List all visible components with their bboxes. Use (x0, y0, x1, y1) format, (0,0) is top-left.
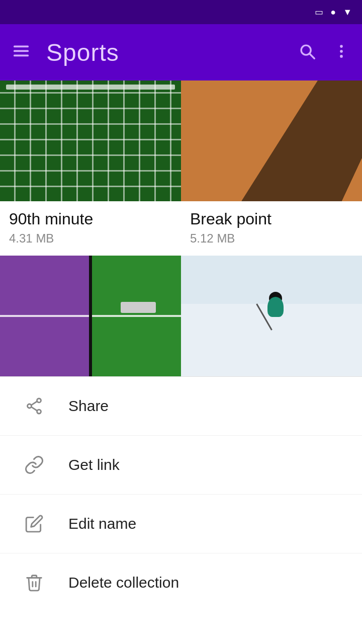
grid-item-title: 90th minute (9, 209, 172, 228)
svg-line-11 (31, 401, 37, 405)
status-bar: ▭ ● ▼ (0, 0, 362, 24)
svg-line-4 (310, 54, 315, 59)
grid-item-image-skiing (181, 256, 362, 376)
svg-point-3 (301, 45, 311, 55)
link-icon (20, 451, 48, 479)
grid-item-break-point[interactable]: Break point 5.12 MB (181, 80, 362, 256)
svg-point-8 (37, 398, 41, 403)
more-vert-icon[interactable] (333, 43, 350, 62)
menu-label-get-link: Get link (68, 456, 120, 473)
page-title: Sports (46, 39, 298, 66)
signal-icon: ● (330, 7, 336, 18)
menu-label-delete: Delete collection (68, 574, 179, 591)
svg-rect-1 (14, 50, 29, 52)
svg-line-12 (31, 407, 37, 411)
svg-point-7 (340, 55, 343, 58)
grid-item-image-clay (181, 80, 362, 201)
grid-item-image-tennis-aerial (0, 256, 181, 376)
menu-item-get-link[interactable]: Get link (0, 436, 362, 495)
hamburger-icon[interactable] (12, 42, 30, 63)
share-icon (20, 392, 48, 420)
svg-rect-0 (14, 45, 29, 47)
menu-label-share: Share (68, 397, 109, 415)
app-bar: Sports (0, 24, 362, 80)
menu-label-edit-name: Edit name (68, 515, 136, 532)
app-bar-actions (298, 42, 350, 63)
photo-grid: 90th minute 4.31 MB Break point 5.12 MB (0, 80, 362, 376)
grid-item-tennis-aerial[interactable] (0, 256, 181, 376)
edit-icon (20, 510, 48, 538)
context-menu: Share Get link Edit name (0, 376, 362, 612)
svg-point-5 (340, 45, 343, 48)
grid-item-image-soccer (0, 80, 181, 201)
grid-item-size: 4.31 MB (9, 231, 172, 246)
menu-item-share[interactable]: Share (0, 377, 362, 436)
battery-icon: ▭ (315, 7, 323, 18)
svg-point-9 (28, 404, 32, 408)
menu-item-edit-name[interactable]: Edit name (0, 495, 362, 553)
grid-item-skiing[interactable] (181, 256, 362, 376)
wifi-icon: ▼ (343, 7, 352, 18)
delete-icon (20, 569, 48, 597)
menu-item-delete[interactable]: Delete collection (0, 553, 362, 612)
grid-item-90th-minute[interactable]: 90th minute 4.31 MB (0, 80, 181, 256)
search-icon[interactable] (298, 42, 317, 63)
grid-item-size: 5.12 MB (190, 231, 353, 246)
svg-rect-2 (14, 54, 29, 56)
grid-item-title: Break point (190, 209, 353, 228)
svg-point-10 (37, 410, 41, 414)
svg-point-6 (340, 50, 343, 53)
